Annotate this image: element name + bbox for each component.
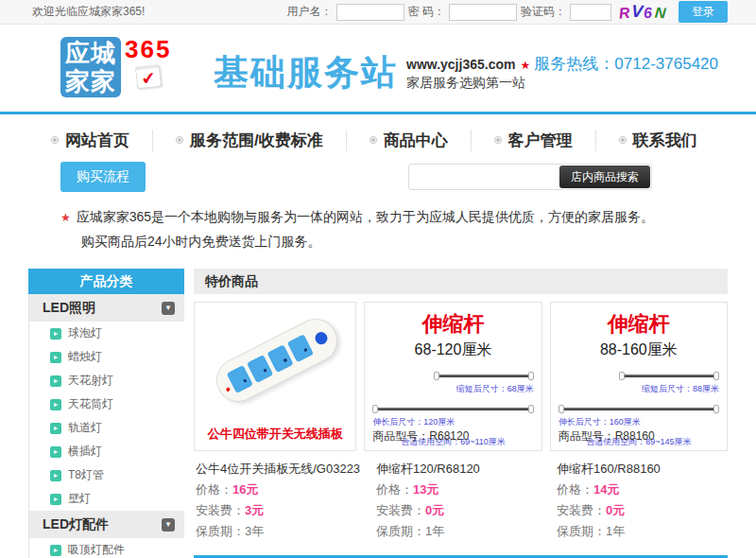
pin-icon: [494, 136, 502, 144]
nav-item-contact[interactable]: 联系我们: [596, 130, 720, 151]
warranty-value: 1年: [606, 524, 625, 538]
rod-model: 商品型号：R88160: [558, 428, 655, 445]
product-image-caption: 公牛四位带开关无线插板: [195, 426, 355, 443]
arrow-icon: ▸: [50, 375, 61, 387]
product-info: 伸缩杆160/R88160 价格：14元 安装费：0元 保质期：1年: [555, 459, 728, 542]
rod-image-short: [619, 372, 719, 380]
pin-icon: [51, 136, 59, 144]
product-card-rod-160[interactable]: 伸缩杆 88-160厘米 缩短后尺寸：88厘米 伸长后尺寸：160厘米 合适使用…: [550, 302, 728, 451]
logo-stamp: 应城 家家: [60, 37, 121, 97]
top-bar: 欢迎光临应城家家365! 用户名： 密 码： 验证码： R V 6 N 登录: [0, 0, 756, 25]
sidebar-item-tianhuatongdeng[interactable]: ▸天花筒灯: [29, 392, 184, 416]
logo-text-line2: 家家: [60, 67, 121, 96]
install-label: 安装费：: [376, 503, 425, 517]
arrow-icon: ▸: [50, 352, 61, 363]
arrow-icon: ▸: [50, 423, 61, 434]
product-name[interactable]: 公牛4位开关插板无线/G03223: [196, 459, 367, 480]
sidebar-item-lazhudeng[interactable]: ▸蜡烛灯: [29, 345, 184, 369]
hotline: 服务热线：0712-3765420: [534, 53, 718, 75]
arrow-icon: ▸: [50, 545, 61, 556]
indicator-dot: [226, 387, 231, 392]
nav-item-services[interactable]: 服务范围/收费标准: [153, 130, 347, 151]
arrow-icon: ▸: [50, 399, 61, 410]
price-value: 13元: [413, 482, 438, 497]
warranty-value: 1年: [425, 524, 444, 538]
rod-long-label: 伸长后尺寸：160厘米: [558, 416, 719, 428]
login-button[interactable]: 登录: [679, 1, 728, 23]
price-value: 14元: [593, 482, 619, 497]
intro-line1: 应城家家365是一个本地购物与服务为一体的网站，致力于为应城人民提供优质，方便的…: [77, 209, 654, 224]
warranty-label: 保质期：: [196, 524, 245, 538]
captcha-char: 6: [643, 5, 653, 22]
sidebar-group-led-lighting[interactable]: LED照明 ▾: [29, 294, 184, 322]
rod-range: 88-160厘米: [558, 340, 719, 360]
search-box: 店内商品搜索: [408, 164, 652, 190]
sidebar-item-guidaodeng[interactable]: ▸轨道灯: [29, 416, 184, 440]
username-input[interactable]: [336, 4, 404, 21]
search-button[interactable]: 店内商品搜索: [559, 166, 650, 188]
pin-icon: [369, 136, 377, 144]
price-value: 16元: [232, 482, 258, 497]
pin-icon: [176, 136, 183, 144]
warranty-value: 3年: [245, 524, 264, 538]
password-input[interactable]: [449, 4, 517, 21]
arrow-icon: ▸: [50, 328, 61, 340]
price-label: 价格：: [376, 482, 413, 497]
captcha-image[interactable]: R V 6 N: [615, 2, 671, 22]
rod-title: 伸缩杆: [558, 310, 719, 339]
rod-short-label: 缩短后尺寸：88厘米: [558, 383, 719, 395]
switch-button-icon: [313, 329, 329, 345]
main-nav: 网站首页 服务范围/收费标准 商品中心 客户管理 联系我们: [28, 124, 728, 156]
rod-range: 68-120厘米: [372, 340, 533, 360]
site-subtitle-block: www.ycjj365.com★ 家居服务选购第一站: [406, 57, 530, 92]
toolbar-row: 购买流程 店内商品搜索: [28, 162, 728, 192]
nav-item-customers[interactable]: 客户管理: [472, 130, 596, 151]
username-label: 用户名：: [287, 4, 333, 20]
star-icon: ★: [520, 59, 530, 72]
install-value: 3元: [245, 503, 264, 517]
arrow-icon: ▸: [50, 446, 61, 458]
sidebar-item-t8dengguan[interactable]: ▸T8灯管: [29, 463, 184, 487]
captcha-label: 验证码：: [521, 4, 566, 20]
site-logo[interactable]: 应城 家家 365 ✔: [60, 37, 171, 97]
login-area: 用户名： 密 码： 验证码： R V 6 N 登录: [287, 1, 728, 23]
password-label: 密 码：: [408, 4, 445, 20]
logo-text-line1: 应城: [60, 39, 121, 67]
sidebar-item-qiupaodeng[interactable]: ▸球泡灯: [29, 322, 184, 345]
site-slogan: 家居服务选购第一站: [406, 75, 530, 92]
sidebar-item-tianhuashedeng[interactable]: ▸天花射灯: [29, 369, 184, 392]
install-label: 安装费：: [196, 503, 245, 517]
chevron-down-icon: ▾: [162, 518, 175, 532]
captcha-input[interactable]: [570, 4, 611, 21]
site-url: www.ycjj365.com: [406, 57, 515, 72]
warranty-label: 保质期：: [376, 524, 425, 538]
welcome-text: 欢迎光临应城家家365!: [32, 4, 145, 20]
intro-line2: 购买商品后24小时内免费送货上门服务。: [81, 230, 728, 253]
rod-image-long: [558, 405, 719, 413]
sidebar-item-hengchadeng[interactable]: ▸横插灯: [29, 440, 184, 463]
arrow-icon: ▸: [50, 494, 61, 505]
hotline-label: 服务热线：: [534, 55, 614, 73]
captcha-char: N: [655, 4, 668, 22]
product-name[interactable]: 伸缩杆160/R88160: [557, 459, 728, 480]
product-info: 公牛4位开关插板无线/G03223 价格：16元 安装费：3元 保质期：3年: [194, 459, 367, 542]
sidebar-group-led-accessories[interactable]: LED灯配件 ▾: [29, 511, 184, 538]
rod-title: 伸缩杆: [372, 310, 533, 339]
sidebar-item-bideng[interactable]: ▸壁灯: [29, 487, 184, 511]
captcha-char: V: [630, 2, 644, 23]
powerstrip-image: [195, 303, 355, 409]
calendar-check-icon: ✔: [135, 64, 162, 90]
sidebar-title: 产品分类: [28, 269, 184, 294]
product-name[interactable]: 伸缩杆120/R68120: [376, 459, 547, 480]
sidebar-item-xidingdeng-peijian[interactable]: ▸吸顶灯配件: [29, 538, 184, 558]
product-card-rod-120[interactable]: 伸缩杆 68-120厘米 缩短后尺寸：68厘米 伸长后尺寸：120厘米 合适使用…: [364, 302, 541, 451]
nav-item-products[interactable]: 商品中心: [347, 130, 472, 151]
chevron-down-icon: ▾: [162, 302, 175, 315]
site-title: 基础服务站: [214, 49, 398, 96]
pin-icon: [619, 136, 627, 144]
rod-short-label: 缩短后尺寸：68厘米: [372, 383, 533, 395]
nav-item-home[interactable]: 网站首页: [28, 130, 153, 151]
buy-process-button[interactable]: 购买流程: [60, 162, 146, 192]
product-card-powerstrip[interactable]: 公牛四位带开关无线插板: [194, 302, 356, 451]
rod-long-label: 伸长后尺寸：120厘米: [372, 416, 533, 428]
